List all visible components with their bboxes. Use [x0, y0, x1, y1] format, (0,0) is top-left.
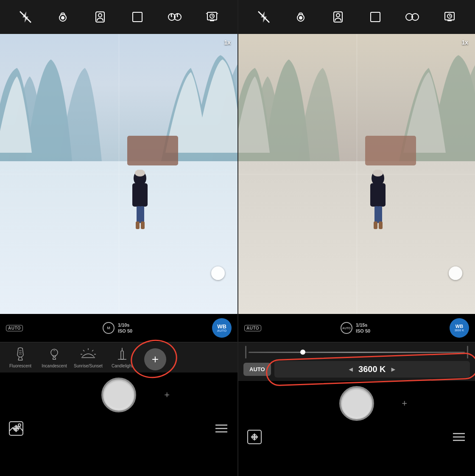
right-panel: 1x AUTO AUTO 1/15s ISO 50 WB 3600 K	[238, 0, 475, 476]
exposure-dot-left[interactable]	[211, 266, 225, 280]
mode-label-right: AUTO	[342, 327, 351, 330]
svg-point-2	[61, 17, 64, 19]
svg-rect-56	[365, 136, 416, 165]
svg-rect-62	[379, 221, 383, 229]
temp-selector[interactable]: ◄ 3600 K ►	[274, 361, 470, 378]
add-preset-container: +	[144, 347, 166, 370]
wb-presets-left: Fluorescent Incandescent	[0, 342, 142, 372]
selfie-timer-icon[interactable]	[203, 8, 221, 26]
temperature-control-area: AUTO ◄ 3600 K ►	[238, 342, 475, 381]
iso-value-left: ISO 50	[118, 328, 132, 334]
right-viewfinder[interactable]: 1x	[238, 34, 475, 314]
macro-icon[interactable]	[53, 8, 72, 26]
svg-rect-64	[374, 170, 381, 176]
auto-badge-right[interactable]: AUTO	[244, 325, 261, 331]
svg-rect-21	[137, 170, 143, 176]
right-bottom-nav	[238, 426, 475, 453]
left-bottom-nav	[0, 417, 238, 444]
incandescent-preset[interactable]: Incandescent	[37, 347, 71, 368]
flash-off-icon[interactable]	[16, 8, 35, 26]
sunrise-label: Sunrise/Sunset	[74, 364, 103, 368]
flash-off-icon-right[interactable]	[254, 8, 273, 26]
mode-badge-right[interactable]: AUTO	[341, 322, 352, 334]
incandescent-icon	[49, 347, 59, 362]
focus-line-h-right	[238, 174, 475, 174]
slider-track-main[interactable]	[249, 352, 465, 353]
candlelight-preset[interactable]: Candlelight	[105, 347, 139, 368]
slider-tick	[245, 346, 246, 358]
auto-badge-left[interactable]: AUTO	[6, 325, 23, 331]
wb-label-left: WB	[217, 324, 226, 329]
svg-line-31	[92, 350, 93, 351]
shutter-button-left[interactable]	[101, 378, 136, 412]
portrait-icon-right[interactable]	[329, 8, 347, 26]
focus-line-h-left	[0, 174, 238, 174]
svg-rect-15	[132, 183, 148, 207]
sunrise-preset[interactable]: Sunrise/Sunset	[71, 347, 105, 368]
left-shutter-row: +	[0, 372, 238, 417]
mode-badge-left[interactable]: M	[103, 322, 115, 334]
svg-rect-19	[141, 221, 145, 229]
exposure-dot-right[interactable]	[449, 266, 462, 280]
svg-point-4	[98, 14, 102, 17]
shutter-info-right: 1/15s ISO 50	[356, 322, 370, 334]
svg-rect-13	[127, 136, 178, 165]
add-preset-button[interactable]: +	[144, 348, 166, 370]
shutter-plus-right[interactable]: +	[402, 398, 407, 409]
temp-selector-container: ◄ 3600 K ►	[274, 361, 470, 378]
right-icon-bar	[238, 0, 475, 34]
shutter-value-right: 1/15s	[356, 322, 370, 328]
temp-arrow-right[interactable]: ►	[390, 366, 397, 373]
selfie-timer-icon-right[interactable]	[440, 8, 459, 26]
svg-line-23	[22, 357, 22, 360]
incandescent-label: Incandescent	[42, 364, 67, 368]
gallery-icon-right[interactable]	[247, 429, 262, 448]
exposure-badge-left[interactable]: AUTO	[6, 325, 23, 331]
fluorescent-label: Fluorescent	[9, 364, 31, 368]
svg-point-45	[299, 17, 302, 19]
aspect-ratio-icon-right[interactable]	[366, 8, 385, 26]
slider-tick-right	[467, 346, 468, 358]
wb-badge-left[interactable]: WB AUTO	[212, 318, 232, 338]
svg-line-30	[83, 350, 84, 351]
shutter-button-right[interactable]	[339, 386, 374, 421]
svg-rect-35	[121, 351, 123, 359]
iso-value-right: ISO 50	[356, 328, 370, 334]
svg-rect-58	[370, 183, 386, 207]
candlelight-icon	[118, 347, 126, 362]
temp-value: 3600 K	[358, 364, 386, 374]
temp-arrow-left[interactable]: ◄	[347, 366, 354, 373]
fluorescent-preset[interactable]: Fluorescent	[3, 347, 37, 368]
portrait-icon[interactable]	[91, 8, 109, 26]
auto-wb-button[interactable]: AUTO	[243, 363, 271, 376]
timelapse-icon[interactable]	[165, 8, 184, 26]
wb-label-right: WB	[455, 324, 463, 329]
svg-point-38	[18, 424, 21, 426]
svg-point-47	[336, 14, 340, 17]
zoom-level-right: 1x	[461, 39, 468, 46]
gallery-icon-left[interactable]	[8, 421, 24, 439]
temp-selector-row: AUTO ◄ 3600 K ►	[242, 360, 472, 378]
macro-icon-right[interactable]	[291, 8, 310, 26]
slider-thumb	[300, 350, 305, 355]
shutter-inner-left	[105, 381, 132, 409]
left-viewfinder[interactable]: 1x	[0, 34, 238, 314]
left-settings-row: AUTO M 1/10s ISO 50 WB AUTO	[0, 314, 238, 342]
mode-shutter-group-right: AUTO 1/15s ISO 50	[341, 322, 370, 334]
timelapse-icon-right[interactable]	[403, 8, 422, 26]
svg-rect-52	[447, 20, 452, 21]
aspect-ratio-icon[interactable]	[128, 8, 147, 26]
svg-rect-60	[378, 206, 382, 223]
menu-icon-left[interactable]	[214, 421, 229, 439]
svg-rect-5	[133, 12, 142, 22]
exposure-badge-right[interactable]: AUTO	[244, 325, 261, 331]
shutter-plus-left[interactable]: +	[164, 389, 170, 400]
right-shutter-row: +	[238, 381, 475, 426]
wb-badge-right[interactable]: WB 3600 K	[450, 318, 469, 338]
mode-label-left: M	[107, 326, 110, 330]
svg-line-22	[18, 357, 19, 360]
svg-rect-61	[374, 221, 377, 229]
svg-point-25	[51, 349, 58, 356]
temp-sliders	[242, 345, 472, 360]
menu-icon-right[interactable]	[451, 429, 467, 448]
